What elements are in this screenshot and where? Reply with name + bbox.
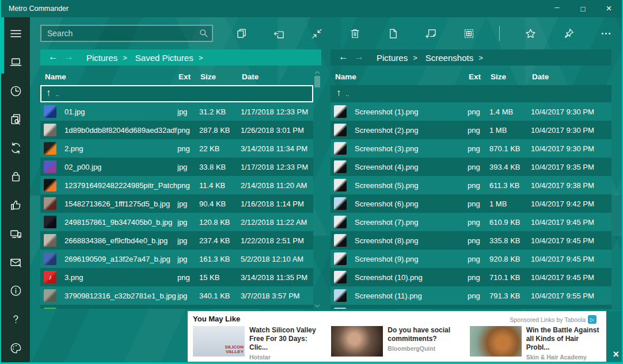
file-row[interactable]: 2.pngpng22 KB3/14/2018 11:34 PM: [40, 139, 313, 158]
new-file-button[interactable]: [386, 26, 401, 41]
file-row[interactable]: 2696190509_a13f2e7a47_b.jpgjpg161.3 KB5/…: [40, 250, 313, 268]
pin-button[interactable]: [561, 26, 576, 41]
file-row[interactable]: [331, 305, 611, 309]
column-header-ext[interactable]: Ext: [178, 72, 200, 81]
ad-card[interactable]: Do you have social commitments?Bloomberg…: [331, 326, 462, 361]
file-ext: png: [468, 163, 489, 171]
file-row[interactable]: Screenshot (9).pngpng920.8 KB10/4/2017 9…: [331, 250, 611, 268]
file-row[interactable]: Screenshot (1).pngpng1.4 MB10/4/2017 9:3…: [331, 102, 611, 121]
file-row[interactable]: 1d89b0ddb8f82046d689aed32adfpng287.8 KB1…: [40, 121, 313, 139]
right-column-headers: NameExtSizeDate: [331, 68, 611, 85]
sidebar-item-search-files[interactable]: [1, 105, 30, 134]
sidebar-item-menu[interactable]: [1, 20, 30, 48]
ad-headline[interactable]: Win the Battle Against all Kinds of Hair…: [526, 326, 601, 352]
file-row[interactable]: Screenshot (10).pngpng710.1 KB10/4/2017 …: [331, 268, 611, 286]
file-size: 791.3 KB: [489, 292, 531, 300]
scrollbar-down-icon[interactable]: [314, 301, 321, 308]
sidebar-item-sync[interactable]: [1, 134, 30, 163]
ad-image-portrait[interactable]: [331, 326, 383, 357]
ad-close-icon[interactable]: ×: [613, 348, 619, 361]
search-icon[interactable]: [198, 28, 209, 39]
sidebar-item-like[interactable]: [1, 191, 30, 220]
parent-folder-label: ..: [346, 90, 350, 97]
ad-card[interactable]: SILICON VALLEYWatch Silicon Valley Free …: [193, 326, 324, 361]
file-row[interactable]: Screenshot (5).pngpng611.3 KB10/4/2017 9…: [331, 176, 611, 194]
file-row[interactable]: Screenshot (11).pngpng791.3 KB10/4/2017 …: [331, 286, 611, 305]
sidebar-item-about[interactable]: [1, 277, 30, 305]
more-button[interactable]: [599, 26, 614, 41]
breadcrumb-segment[interactable]: Pictures: [377, 53, 408, 63]
sidebar-item-feedback[interactable]: [1, 248, 30, 277]
column-header-size[interactable]: Size: [200, 72, 242, 81]
ad-card[interactable]: Win the Battle Against all Kinds of Hair…: [470, 326, 601, 361]
sidebar-item-theme[interactable]: [1, 334, 30, 362]
app-title: Metro Commander: [1, 5, 544, 13]
file-row[interactable]: 02_p00.jpgjpg33.8 KB1/17/2018 12:33 PM: [40, 158, 313, 176]
sidebar-item-help[interactable]: [1, 305, 30, 334]
file-row[interactable]: 01.jpgjpg31.2 KB1/17/2018 12:33 PM: [40, 102, 313, 121]
back-arrow-icon[interactable]: ←: [331, 51, 353, 64]
ad-image-hair[interactable]: [470, 326, 522, 357]
file-row[interactable]: 2498157861_9b347405b0_b.jpgjpg120.8 KB2/…: [40, 213, 313, 231]
back-arrow-icon[interactable]: ←: [40, 51, 63, 64]
file-row[interactable]: Screenshot (4).pngpng393.4 KB10/4/2017 9…: [331, 158, 611, 176]
close-button[interactable]: ×: [596, 0, 622, 17]
file-row[interactable]: Screenshot (6).pngpng1 MB10/4/2017 9:42 …: [331, 194, 611, 213]
sidebar-item-store[interactable]: [1, 162, 30, 191]
column-header-name[interactable]: Name: [335, 72, 469, 81]
scrollbar-up-icon[interactable]: [314, 68, 321, 75]
collapse-button[interactable]: [310, 26, 325, 41]
breadcrumb-segment[interactable]: Screenshots: [426, 53, 473, 63]
column-header-size[interactable]: Size: [491, 72, 532, 81]
taboola-icon[interactable]: ▷: [588, 315, 597, 324]
forward-arrow-icon[interactable]: →: [63, 51, 78, 64]
parent-folder-row[interactable]: ↑..: [40, 85, 313, 102]
file-size: 1.4 MB: [489, 108, 531, 116]
ad-image-silicon-valley[interactable]: SILICON VALLEY: [193, 326, 245, 357]
move-button[interactable]: [272, 26, 287, 41]
parent-folder-row[interactable]: ↑..: [331, 85, 611, 102]
column-header-date[interactable]: Date: [242, 72, 321, 81]
file-row[interactable]: 37909812316_c32b2781e1_b.jpgjpg340.1 KB3…: [40, 286, 313, 305]
left-pane: ←→Pictures>Saved Pictures>NameExtSizeDat…: [40, 49, 321, 309]
column-header-date[interactable]: Date: [532, 72, 611, 81]
sidebar-item-recent[interactable]: [1, 76, 30, 105]
question-icon: [9, 313, 22, 326]
file-row[interactable]: ♪3.pngpng15 KB3/14/2018 11:35 PM: [40, 268, 313, 286]
file-ext: jpg: [177, 218, 199, 227]
delete-button[interactable]: [348, 26, 363, 41]
file-thumbnail: [44, 160, 56, 173]
file-row[interactable]: 15482713626_1fff1275d5_b.jpgjpg90.4 KB1/…: [40, 194, 313, 213]
column-header-name[interactable]: Name: [45, 72, 178, 81]
file-row[interactable]: 2668834386_ef9cfbd4e0_b.jpgjpg237.4 KB1/…: [40, 231, 313, 250]
sidebar-item-computer[interactable]: [1, 48, 30, 77]
file-row[interactable]: Screenshot (7).pngpng610.9 KB10/4/2017 9…: [331, 213, 611, 231]
select-all-button[interactable]: [461, 26, 476, 41]
file-thumbnail: [44, 142, 56, 155]
sponsored-links-label[interactable]: Sponsored Links by Taboola ▷: [510, 315, 597, 324]
file-thumbnail: [334, 216, 347, 228]
sidebar-item-rate-devices[interactable]: [1, 220, 30, 248]
file-row[interactable]: 1237916492482224985pitr_Patch_ipng11.4 K…: [40, 176, 313, 194]
file-row[interactable]: Screenshot (2).pngpng1 MB10/4/2017 9:30 …: [331, 121, 611, 139]
file-thumbnail: ♪: [44, 271, 56, 283]
column-header-ext[interactable]: Ext: [469, 72, 491, 81]
search-box: [40, 25, 213, 42]
favorite-button[interactable]: [523, 26, 538, 41]
file-row[interactable]: [40, 305, 313, 309]
forward-arrow-icon[interactable]: →: [353, 51, 369, 64]
maximize-button[interactable]: □: [570, 0, 596, 17]
ad-headline[interactable]: Do you have social commitments?: [388, 326, 462, 343]
file-size: 31.2 KB: [199, 108, 241, 116]
scrollbar-thumb[interactable]: [314, 76, 320, 87]
file-ext: png: [468, 108, 489, 116]
file-row[interactable]: Screenshot (3).pngpng870.1 KB10/4/2017 9…: [331, 139, 611, 158]
ad-headline[interactable]: Watch Silicon Valley Free For 30 Days: C…: [249, 326, 324, 352]
search-input[interactable]: [40, 25, 213, 42]
breadcrumb-segment[interactable]: Pictures: [86, 53, 117, 63]
breadcrumb-segment[interactable]: Saved Pictures: [135, 53, 193, 63]
minimize-button[interactable]: –: [544, 0, 570, 17]
add-folder-button[interactable]: [423, 26, 438, 41]
copy-button[interactable]: [234, 26, 249, 41]
file-row[interactable]: Screenshot (8).pngpng335.8 KB10/4/2017 9…: [331, 231, 611, 250]
